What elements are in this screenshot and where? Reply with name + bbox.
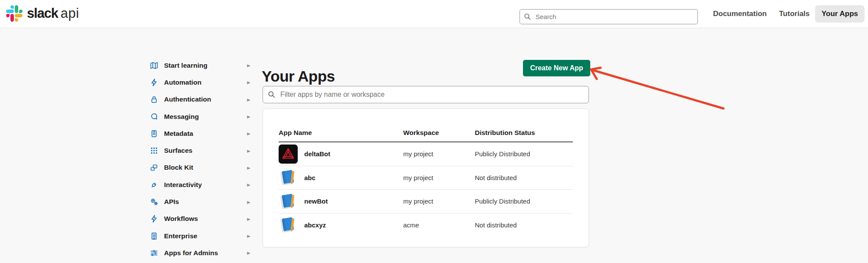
nav-tutorials[interactable]: Tutorials [779, 0, 810, 28]
sidebar-item-block-kit[interactable]: Block Kit ▶ [150, 159, 250, 176]
table-row[interactable]: abcxyz acme Not distributed [279, 214, 573, 237]
search-icon [524, 13, 531, 20]
sidebar-item-label: Start learning [164, 62, 207, 69]
nav-documentation[interactable]: Documentation [713, 0, 767, 28]
default-app-icon [279, 215, 298, 234]
chevron-right-icon: ▶ [247, 165, 250, 170]
create-new-app-button[interactable]: Create New App [523, 60, 590, 76]
table-header-row: App Name Workspace Distribution Status [279, 129, 573, 142]
status-cell: Publicly Distributed [475, 197, 573, 205]
chevron-right-icon: ▶ [247, 200, 250, 204]
status-cell: Publicly Distributed [475, 150, 573, 158]
brand-word-slack: slack [27, 6, 58, 21]
sidebar-item-enterprise[interactable]: Enterprise ▶ [150, 227, 250, 244]
deltabot-app-icon [279, 145, 298, 164]
app-name-link[interactable]: abc [304, 174, 316, 181]
chevron-right-icon: ▶ [247, 97, 250, 102]
chevron-right-icon: ▶ [247, 132, 250, 136]
gears-icon [150, 197, 158, 206]
app-name-link[interactable]: newBot [304, 197, 328, 205]
sidebar-item-authentication[interactable]: Authentication ▶ [150, 91, 250, 108]
slack-api-your-apps-page: slack api Documentation Tutorials Your A… [0, 0, 868, 263]
chevron-right-icon: ▶ [247, 217, 250, 221]
default-app-icon [279, 168, 298, 187]
sidebar-item-interactivity[interactable]: Interactivity ▶ [150, 176, 250, 193]
sidebar-item-messaging[interactable]: Messaging ▶ [150, 108, 250, 125]
chevron-right-icon: ▶ [247, 63, 250, 68]
sidebar-item-automation[interactable]: Automation ▶ [150, 74, 250, 91]
docs-sidebar: Start learning ▶ Automation ▶ Authentica… [150, 57, 250, 262]
sidebar-item-label: Block Kit [164, 164, 193, 171]
sidebar-item-label: Workflows [164, 215, 198, 223]
sidebar-item-apps-for-admins[interactable]: Apps for Admins ▶ [150, 244, 250, 261]
chevron-right-icon: ▶ [247, 80, 250, 85]
app-name-link[interactable]: abcxyz [304, 221, 326, 229]
map-icon [150, 61, 158, 70]
default-app-icon [279, 192, 298, 211]
apps-table-card: App Name Workspace Distribution Status d… [263, 108, 589, 247]
sidebar-item-label: Surfaces [164, 147, 192, 155]
slack-api-logo[interactable]: slack api [6, 5, 79, 22]
sidebar-item-surfaces[interactable]: Surfaces ▶ [150, 142, 250, 159]
top-header: slack api Documentation Tutorials Your A… [0, 0, 868, 28]
nav-your-apps-active[interactable]: Your Apps [815, 5, 865, 23]
bolt-icon [150, 214, 158, 223]
workspace-cell: acme [403, 221, 475, 229]
apps-filter [263, 86, 589, 103]
search-input[interactable] [519, 9, 698, 24]
sidebar-item-label: Interactivity [164, 181, 202, 189]
column-header-workspace: Workspace [403, 129, 475, 137]
page-title: Your Apps [262, 68, 335, 85]
sidebar-item-apis[interactable]: APIs ▶ [150, 193, 250, 210]
chevron-right-icon: ▶ [247, 115, 250, 119]
chevron-right-icon: ▶ [247, 251, 250, 255]
grid-dots-icon [150, 146, 158, 155]
sidebar-item-label: APIs [164, 198, 179, 206]
slack-pinwheel-icon [6, 5, 23, 22]
sidebar-item-label: Enterprise [164, 232, 197, 240]
workspace-cell: my project [403, 150, 475, 158]
sidebar-item-label: Messaging [164, 113, 199, 121]
filter-apps-input[interactable] [263, 86, 589, 103]
workspace-cell: my project [403, 197, 475, 205]
sidebar-item-workflows[interactable]: Workflows ▶ [150, 210, 250, 227]
plug-icon [150, 181, 158, 189]
sidebar-item-metadata[interactable]: Metadata ▶ [150, 125, 250, 142]
table-row[interactable]: deltaBot my project Publicly Distributed [279, 142, 573, 166]
chevron-right-icon: ▶ [247, 148, 250, 153]
table-row[interactable]: newBot my project Publicly Distributed [279, 190, 573, 214]
sidebar-item-label: Metadata [164, 130, 193, 138]
app-name-link[interactable]: deltaBot [304, 150, 330, 158]
table-row[interactable]: abc my project Not distributed [279, 166, 573, 190]
sidebar-item-label: Apps for Admins [164, 249, 218, 257]
sliders-icon [150, 249, 158, 257]
sidebar-item-start-learning[interactable]: Start learning ▶ [150, 57, 250, 74]
annotation-arrow [582, 64, 731, 113]
chevron-right-icon: ▶ [247, 234, 250, 238]
global-search [519, 9, 698, 24]
sidebar-item-label: Authentication [164, 95, 211, 103]
column-header-app-name: App Name [279, 129, 403, 137]
building-icon [150, 232, 158, 240]
blocks-icon [150, 163, 158, 172]
status-cell: Not distributed [475, 221, 573, 229]
tag-icon [150, 129, 158, 138]
brand-word-api: api [61, 6, 79, 21]
workspace-cell: my project [403, 174, 475, 181]
search-icon [268, 91, 276, 99]
chevron-right-icon: ▶ [247, 183, 250, 187]
status-cell: Not distributed [475, 174, 573, 181]
column-header-distribution-status: Distribution Status [475, 129, 573, 137]
speech-bubble-icon [150, 112, 158, 121]
lock-icon [150, 95, 158, 104]
bolt-icon [150, 78, 158, 87]
sidebar-item-label: Automation [164, 79, 201, 86]
